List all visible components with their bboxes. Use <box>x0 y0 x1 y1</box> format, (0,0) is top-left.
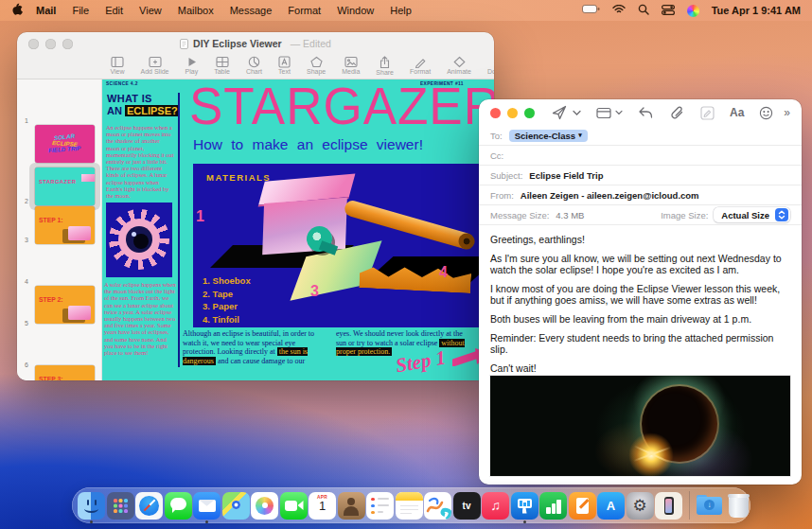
chart-button[interactable]: Chart <box>238 55 270 75</box>
message-size-value: 4.3 MB <box>556 210 584 220</box>
menu-item-mail[interactable]: Mail <box>36 5 56 16</box>
menu-bar-clock[interactable]: Tue Apr 1 9:41 AM <box>712 5 801 16</box>
dock-icon-photos[interactable] <box>251 492 278 520</box>
materials-number-3: 3 <box>310 283 319 300</box>
markup-button[interactable] <box>700 106 715 120</box>
play-button[interactable]: Play <box>177 55 206 75</box>
dock-icon-freeform[interactable] <box>424 492 451 520</box>
slide-thumbnail-5[interactable]: STEP 3: <box>35 365 95 380</box>
chart-icon <box>248 56 260 68</box>
menu-item-format[interactable]: Format <box>288 5 321 16</box>
view-icon <box>111 56 124 68</box>
apple-menu-icon[interactable] <box>11 3 23 18</box>
menu-item-window[interactable]: Window <box>337 5 374 16</box>
dock-icon-downloads[interactable]: ↓ <box>696 492 723 520</box>
dock-icon-iphone-mirroring[interactable] <box>655 492 682 520</box>
add-slide-button[interactable]: Add Slide <box>132 55 177 75</box>
media-button[interactable]: Media <box>334 55 368 75</box>
dock-icon-pages[interactable] <box>569 492 596 520</box>
shape-icon <box>310 56 323 68</box>
menu-item-view[interactable]: View <box>139 5 162 16</box>
edited-badge: — Edited <box>291 38 331 49</box>
menu-item-mailbox[interactable]: Mailbox <box>178 5 214 16</box>
add-slide-icon <box>149 56 162 68</box>
from-field[interactable]: From: Aileen Zeigen - aileen.zeigen@iclo… <box>479 185 802 205</box>
search-icon[interactable] <box>638 4 649 17</box>
slide-thumbnail-2-selected[interactable]: STARGAZER <box>35 168 95 205</box>
mail-window-controls[interactable] <box>490 108 535 118</box>
stationery-button[interactable] <box>596 107 623 119</box>
send-button[interactable] <box>552 105 567 120</box>
format-button[interactable]: Aa <box>730 106 744 119</box>
dock-icon-finder[interactable] <box>78 492 105 520</box>
body-paragraph: Reminder: Every student needs to bring t… <box>490 332 790 356</box>
slide-number: 2 <box>25 198 28 204</box>
dock-icon-safari[interactable] <box>135 492 163 520</box>
image-size-select[interactable]: Actual Size <box>714 207 790 222</box>
keynote-window-controls[interactable] <box>28 39 73 49</box>
send-options-chevron[interactable] <box>573 110 581 116</box>
view-button[interactable]: View <box>102 55 132 75</box>
dock-icon-apple-tv[interactable]: tv <box>453 492 481 520</box>
reply-indicator-button[interactable] <box>638 106 653 119</box>
eclipse-photo-attachment[interactable] <box>490 376 790 476</box>
send-icon <box>552 105 567 120</box>
slide-canvas[interactable]: SCIENCE 4.2 EXPERIMENT #11 WHAT IS AN EC… <box>102 79 494 380</box>
dock-icon-numbers[interactable] <box>539 492 567 520</box>
dock-icon-messages[interactable] <box>165 492 192 520</box>
body-paragraph: Both buses will be leaving from the main… <box>490 313 790 326</box>
dock-icon-facetime[interactable] <box>280 492 308 520</box>
slide-number: 1 <box>25 117 28 124</box>
paperclip-icon <box>670 106 684 120</box>
subject-field[interactable]: Subject: Eclipse Field Trip <box>479 166 802 185</box>
menu-item-file[interactable]: File <box>72 5 89 16</box>
dock-icon-notes[interactable] <box>396 492 423 520</box>
control-center-icon[interactable] <box>662 5 675 17</box>
slide-navigator: 1 SOLAR ECLIPSE FIELD TRIP 2 STARGAZER 3… <box>17 79 102 380</box>
table-button[interactable]: Table <box>206 55 238 75</box>
to-field[interactable]: To: Science-Class ▾ <box>479 126 802 146</box>
slide-thumbnail-3[interactable]: STEP 1: <box>35 206 95 244</box>
dock-icon-music[interactable]: ♫ <box>482 492 509 520</box>
dock-icon-launchpad[interactable] <box>107 492 134 520</box>
document-button[interactable]: Document <box>479 55 494 75</box>
emoji-icon <box>759 106 773 120</box>
dock-icon-mail[interactable] <box>193 492 221 520</box>
text-button[interactable]: Text <box>271 55 299 75</box>
body-paragraph: I know most of you are doing the Eclipse… <box>490 283 790 307</box>
slide-thumbnail-1[interactable]: SOLAR ECLIPSE FIELD TRIP <box>35 125 95 163</box>
dock-icon-keynote[interactable] <box>511 492 538 520</box>
menu-item-help[interactable]: Help <box>390 5 412 16</box>
image-playground-icon[interactable] <box>687 5 699 17</box>
dock-icon-calendar[interactable]: APR1 <box>309 492 336 520</box>
dock-icon-trash[interactable] <box>725 492 752 520</box>
slide-thumbnail-4[interactable]: STEP 2: <box>35 286 95 324</box>
dock-icon-reminders[interactable] <box>366 492 394 520</box>
dock-icon-maps[interactable] <box>222 492 250 520</box>
share-button[interactable]: Share <box>368 55 402 76</box>
attach-button[interactable] <box>670 106 684 120</box>
column-divider <box>178 93 180 367</box>
slide-paragraph-2: A solar eclipse happens when the moon bl… <box>104 281 176 356</box>
wifi-icon[interactable] <box>612 5 626 16</box>
mail-toolbar-overflow-button[interactable]: » <box>784 106 790 119</box>
play-icon <box>185 56 198 68</box>
shape-button[interactable]: Shape <box>299 55 334 75</box>
cc-field[interactable]: Cc: <box>479 146 802 166</box>
dock-icon-contacts[interactable] <box>338 492 365 520</box>
battery-icon[interactable] <box>582 5 600 16</box>
materials-number-4: 4 <box>439 264 448 281</box>
stationery-icon <box>596 107 611 119</box>
menu-item-message[interactable]: Message <box>230 5 273 16</box>
format-button[interactable]: Format <box>402 55 439 75</box>
animate-button[interactable]: Animate <box>439 55 480 75</box>
subject-value: Eclipse Field Trip <box>529 170 603 181</box>
dock-icon-system-settings[interactable]: ⚙ <box>627 492 654 520</box>
recipient-token[interactable]: Science-Class ▾ <box>509 130 588 142</box>
keynote-titlebar: DIY Eclipse Viewer — Edited <box>17 32 494 55</box>
menu-bar: Mail File Edit View Mailbox Message Form… <box>0 0 812 21</box>
menu-item-edit[interactable]: Edit <box>105 5 123 16</box>
dock-icon-app-store[interactable]: A <box>597 492 625 520</box>
emoji-button[interactable] <box>759 106 773 120</box>
materials-label: MATERIALS <box>206 172 271 183</box>
